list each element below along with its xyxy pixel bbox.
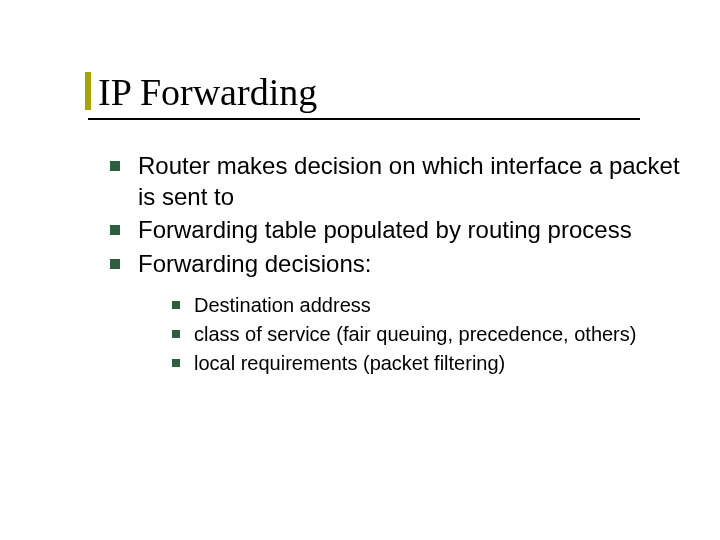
- square-bullet-icon: [172, 359, 180, 367]
- title-accent-bar: [85, 72, 91, 110]
- list-item: Router makes decision on which interface…: [110, 150, 680, 212]
- list-item-text: Router makes decision on which interface…: [138, 150, 680, 212]
- square-bullet-icon: [110, 161, 120, 171]
- list-item-text: Forwarding decisions:: [138, 248, 680, 279]
- square-bullet-icon: [172, 301, 180, 309]
- square-bullet-icon: [110, 259, 120, 269]
- sub-list: Destination address class of service (fa…: [110, 281, 680, 378]
- content-area: Router makes decision on which interface…: [80, 144, 680, 378]
- list-item-text: Forwarding table populated by routing pr…: [138, 214, 680, 245]
- sub-list-item-text: class of service (fair queuing, preceden…: [194, 320, 680, 349]
- list-item: Forwarding table populated by routing pr…: [110, 214, 680, 245]
- square-bullet-icon: [110, 225, 120, 235]
- sub-list-item-text: local requirements (packet filtering): [194, 349, 680, 378]
- title-region: IP Forwarding: [80, 70, 680, 114]
- square-bullet-icon: [172, 330, 180, 338]
- sub-list-item: Destination address: [172, 291, 680, 320]
- page-title: IP Forwarding: [80, 70, 680, 114]
- sub-list-item-text: Destination address: [194, 291, 680, 320]
- list-item: Forwarding decisions:: [110, 248, 680, 279]
- title-underline: [88, 118, 640, 120]
- sub-list-item: local requirements (packet filtering): [172, 349, 680, 378]
- slide: IP Forwarding Router makes decision on w…: [0, 0, 720, 540]
- sub-list-item: class of service (fair queuing, preceden…: [172, 320, 680, 349]
